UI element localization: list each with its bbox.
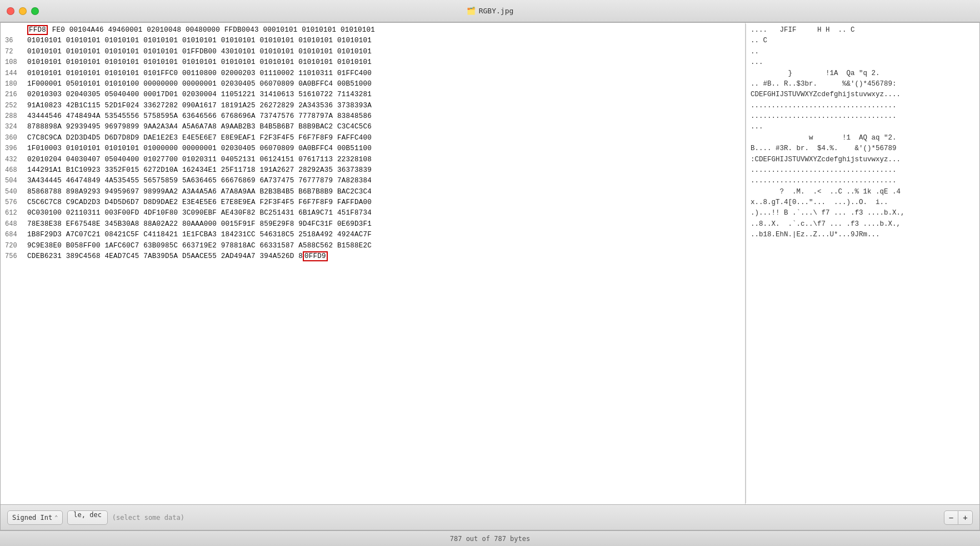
ascii-line: ..b18.EhN.|Ez..Z...U*...9JRm... [751,230,975,240]
row-offset: 648 [5,219,25,230]
ascii-line: .. C [751,36,975,46]
hex-bytes[interactable]: 9C9E38E0 B058FF00 1AFC60C7 63B0985C 6637… [27,241,741,251]
hex-bytes[interactable]: C5C6C7C8 C9CAD2D3 D4D5D6D7 D8D9DAE2 E3E4… [27,197,741,208]
hex-bytes[interactable]: 91A10823 42B1C115 52D1F024 33627282 090A… [27,101,741,111]
row-offset: 432 [5,155,25,165]
hex-row: 25291A10823 42B1C115 52D1F024 33627282 0… [1,101,745,111]
row-offset: 468 [5,165,25,176]
highlight-end: 0FFD9 [303,251,328,261]
row-offset: 360 [5,133,25,143]
ascii-line: :CDEFGHIJSTUVWXYZcdefghijstuvwxyz... [751,155,975,165]
hex-row: 14401010101 01010101 01010101 0101FFC0 0… [1,68,745,79]
row-offset: 324 [5,122,25,132]
bottom-bar: 787 out of 787 bytes [0,530,980,546]
ascii-panel[interactable]: .... JFIF H H .. C.. C..... } !1A Qa "q … [746,23,979,504]
title-bar: 🗂️ RGBY.jpg [0,0,980,22]
row-offset: 612 [5,208,25,219]
hex-row: 3961F010003 01010101 01010101 01000000 0… [1,143,745,154]
hex-row: 7201010101 01010101 01010101 01010101 01… [1,47,745,57]
row-offset: 396 [5,143,25,154]
ascii-line: B.... #3R. br. $4.%. &'()*56789 [751,143,975,154]
row-offset: 756 [5,251,25,262]
ascii-line: ? .M. .< ..C ..% 1k .qE .4 [751,187,975,197]
hex-bytes[interactable]: 02010303 02040305 05040400 00017D01 0203… [27,90,741,100]
ascii-line: ................................... [751,101,975,111]
hex-bytes[interactable]: 3A434445 46474849 4A535455 56575859 5A63… [27,176,741,186]
hex-bytes[interactable]: 43444546 4748494A 53545556 5758595A 6364… [27,111,741,122]
data-type-selector[interactable]: Signed Int ⌃ [7,510,63,525]
row-offset: 216 [5,90,25,100]
hex-bytes[interactable]: 01010101 01010101 01010101 01010101 01FF… [27,47,741,57]
hex-row: 28843444546 4748494A 53545556 5758595A 6… [1,111,745,122]
data-hint: (select some data) [112,514,939,522]
ascii-line: ... [751,57,975,68]
hex-bytes[interactable]: 1B8F29D3 A7C07C21 08421C5F C4118421 1E1F… [27,230,741,240]
stepper-group: − + [944,510,973,525]
close-button[interactable] [7,7,14,15]
row-offset: 108 [5,57,25,68]
hex-row: 3248788898A 92939495 96979899 9AA2A3A4 A… [1,122,745,132]
status-bar: Signed Int ⌃ le, dec (select some data) … [1,504,979,530]
row-offset: 72 [5,47,25,57]
hex-row: 10801010101 01010101 01010101 01010101 0… [1,57,745,68]
hex-panel[interactable]: FFD8 FE0 00104A46 49460001 02010048 0048… [1,23,746,504]
hex-row: 468144291A1 B1C10923 3352F015 6272D10A 1… [1,165,745,176]
window-title: RGBY.jpg [479,7,514,15]
main-window: FFD8 FE0 00104A46 49460001 02010048 0048… [0,22,980,530]
maximize-button[interactable] [31,7,39,15]
row-offset: 36 [5,36,25,46]
ascii-line: ................................... [751,165,975,176]
minimize-button[interactable] [19,7,27,15]
row-offset: 576 [5,197,25,208]
hex-row: 54085868788 898A9293 94959697 98999AA2 A… [1,187,745,197]
ascii-line: CDEFGHIJSTUVWXYZcdefghijstuvwxyz.... [751,90,975,100]
hex-bytes[interactable]: CDEB6231 389C4568 4EAD7C45 7AB39D5A D5AA… [27,251,741,262]
hex-bytes[interactable]: 8788898A 92939495 96979899 9AA2A3A4 A5A6… [27,122,741,132]
ascii-line: ................................... [751,111,975,122]
stepper-plus[interactable]: + [958,510,973,525]
hex-bytes[interactable]: 02010204 04030407 05040400 01027700 0102… [27,155,741,165]
ascii-line: } !1A Qa "q 2. [751,68,975,79]
hex-content: FFD8 FE0 00104A46 49460001 02010048 0048… [1,23,979,504]
traffic-lights [7,7,39,15]
hex-row: FFD8 FE0 00104A46 49460001 02010048 0048… [1,25,745,36]
hex-row: 1801F000001 05010101 01010100 00000000 0… [1,79,745,90]
stepper-minus[interactable]: − [944,510,958,525]
hex-bytes[interactable]: 01010101 01010101 01010101 01010101 0101… [27,57,741,68]
hex-bytes[interactable]: 78E38E38 EF67548E 345B30A8 88A02A22 80AA… [27,219,741,230]
hex-row: 3601010101 01010101 01010101 01010101 01… [1,36,745,46]
row-offset: 684 [5,230,25,240]
ascii-line: .)...!! B .`...\ f7 ... .f3 ....b.X., [751,208,975,219]
endian-button[interactable]: le, dec [67,510,108,525]
row-offset: 252 [5,101,25,111]
row-offset: 540 [5,187,25,197]
hex-bytes[interactable]: 144291A1 B1C10923 3352F015 6272D10A 1624… [27,165,741,176]
row-offset: 180 [5,79,25,90]
hex-bytes[interactable]: 1F000001 05010101 01010100 00000000 0000… [27,79,741,90]
hex-row: 576C5C6C7C8 C9CAD2D3 D4D5D6D7 D8D9DAE2 E… [1,197,745,208]
row-offset: 720 [5,241,25,251]
hex-row: 21602010303 02040305 05040400 00017D01 0… [1,90,745,100]
data-type-label: Signed Int [12,514,52,522]
hex-row: 7209C9E38E0 B058FF00 1AFC60C7 63B0985C 6… [1,241,745,251]
hex-bytes[interactable]: 1F010003 01010101 01010101 01000000 0000… [27,143,741,154]
ascii-line: ... [751,122,975,132]
hex-bytes[interactable]: FFD8 FE0 00104A46 49460001 02010048 0048… [27,25,741,36]
ascii-line: w !1 AQ aq "2. [751,133,975,143]
hex-bytes[interactable]: C7C8C9CA D2D3D4D5 D6D7D8D9 DAE1E2E3 E4E5… [27,133,741,143]
hex-bytes[interactable]: 01010101 01010101 01010101 01010101 0101… [27,36,741,46]
hex-bytes[interactable]: 85868788 898A9293 94959697 98999AA2 A3A4… [27,187,741,197]
hex-bytes[interactable]: 01010101 01010101 01010101 0101FFC0 0011… [27,68,741,79]
hex-row: 5043A434445 46474849 4A535455 56575859 5… [1,176,745,186]
ascii-line: ..8..X. .`.c..\f7 ... .f3 ....b.X., [751,219,975,230]
hex-row: 756CDEB6231 389C4568 4EAD7C45 7AB39D5A D… [1,251,745,262]
chevron-down-icon: ⌃ [54,514,58,520]
hex-bytes[interactable]: 0C030100 02110311 003F00FD 4DF10F80 3C09… [27,208,741,219]
row-offset: 504 [5,176,25,186]
ascii-line: x..8.gT.4[0..."... ...)..O. i.. [751,197,975,208]
file-icon: 🗂️ [467,7,476,15]
title-bar-content: 🗂️ RGBY.jpg [467,7,514,15]
byte-count: 787 out of 787 bytes [450,535,531,543]
row-offset: 144 [5,68,25,79]
ascii-line: ................................... [751,176,975,186]
